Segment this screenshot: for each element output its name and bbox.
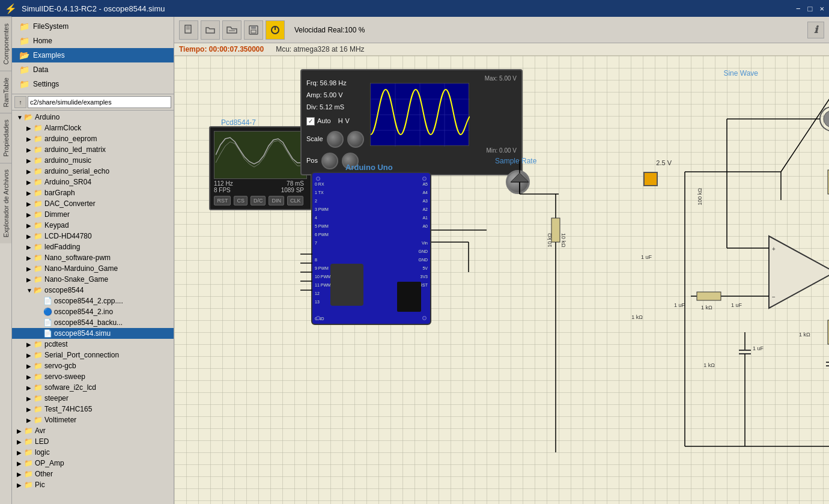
- folder-open-icon: 📂: [24, 113, 33, 121]
- nav-examples[interactable]: 📂 Examples: [12, 48, 174, 62]
- mcu-status: Mcu: atmega328 at 16 MHz: [276, 45, 364, 53]
- expand-arrow: ▶: [26, 147, 34, 153]
- tree-item-keypad[interactable]: ▶ 📁 Keypad: [12, 220, 174, 231]
- tree-item-avr[interactable]: ▶ 📁 Avr: [12, 425, 174, 436]
- maximize-button[interactable]: □: [808, 4, 813, 13]
- tree-item-oscope8544[interactable]: ▼ 📂 oscope8544: [12, 285, 174, 296]
- tree-item-nano-pwm[interactable]: ▶ 📁 Nano_software-pwm: [12, 252, 174, 263]
- svg-rect-59: [697, 292, 721, 300]
- svg-text:1 kΩ: 1 kΩ: [701, 305, 712, 311]
- file-simu-icon: 📄: [43, 329, 52, 338]
- pcd-buttons: RST CS D/C DIN CLK: [214, 196, 304, 205]
- tree-item-software-i2c[interactable]: ▶ 📁 sofware_i2c_lcd: [12, 382, 174, 393]
- tree-item-logic[interactable]: ▶ 📁 logic: [12, 447, 174, 458]
- osc-frq: Frq: 56.98 Hz: [306, 77, 364, 90]
- osc-scale-v-knob[interactable]: [347, 131, 364, 148]
- path-up-button[interactable]: ↑: [14, 96, 26, 108]
- pcd-cs-btn[interactable]: CS: [234, 196, 247, 205]
- pcd-clk-btn[interactable]: CLK: [287, 196, 304, 205]
- tree-item-arduino-eeprom[interactable]: ▶ 📁 arduino_eeprom: [12, 133, 174, 144]
- tree-item-pic[interactable]: ▶ 📁 Pic: [12, 479, 174, 490]
- nav-settings[interactable]: 📁 Settings: [12, 77, 174, 91]
- tree-item-dac[interactable]: ▶ 📁 DAC_Converter: [12, 198, 174, 209]
- tree-item-opamp[interactable]: ▶ 📁 OP_Amp: [12, 458, 174, 469]
- tree-item-voltimeter[interactable]: ▶ 📁 Voltimeter: [12, 414, 174, 425]
- tree-label: arduino_music: [44, 156, 91, 165]
- tree-item-nano-snake[interactable]: ▶ 📁 Nano-Snake_Game: [12, 274, 174, 285]
- tree-item-alarmclock[interactable]: ▶ 📁 AlarmClock: [12, 123, 174, 133]
- power-button[interactable]: [266, 20, 285, 40]
- toolbar: Velocidad Real:100 % ℹ: [174, 17, 829, 43]
- mount-hole-bl: [316, 316, 320, 320]
- side-tab-propiedades[interactable]: Propiedades: [0, 113, 11, 163]
- tree-item-oscope-simu[interactable]: 📄 oscope8544.simu: [12, 328, 174, 339]
- tree-item-led-matrix[interactable]: ▶ 📁 arduino_led_matrix: [12, 144, 174, 155]
- folder-icon: 📁: [34, 156, 43, 165]
- tree-item-oscope-ino[interactable]: 🔵 oscope8544_2.ino: [12, 306, 174, 317]
- tree-item-sr04[interactable]: ▶ 📁 Arduino_SR04: [12, 177, 174, 187]
- tree-item-dimmer[interactable]: ▶ 📁 Dimmer: [12, 209, 174, 220]
- time-status: Tiempo: 00:00:07.350000: [179, 45, 264, 53]
- pcd-display[interactable]: 112 Hz 78 mS 8 FPS 1089 SP RST CS D/C DI…: [209, 126, 312, 210]
- tree-item-ledfadding[interactable]: ▶ 📁 ledFadding: [12, 241, 174, 252]
- expand-arrow: ▶: [26, 233, 34, 240]
- tree-item-other[interactable]: ▶ 📁 Other: [12, 469, 174, 479]
- r3-label: 1 kΩ: [703, 362, 715, 368]
- circuit-area[interactable]: Pcd8544-7 112 Hz 78 mS: [174, 56, 829, 504]
- tree-item-arduino-music[interactable]: ▶ 📁 arduino_music: [12, 155, 174, 166]
- oscilloscope[interactable]: Frq: 56.98 Hz Amp: 5.00 V Div: 5.12 mS ✓…: [300, 69, 523, 175]
- tree-item-oscope-cpp[interactable]: 📄 oscope8544_2.cpp....: [12, 296, 174, 306]
- window-title: SimulIDE-0.4.13-RC2 - oscope8544.simu: [22, 4, 165, 13]
- osc-auto-checkbox[interactable]: ✓: [306, 117, 315, 126]
- side-tab-componentes[interactable]: Componentes: [0, 17, 11, 71]
- folder-icon: 📁: [34, 124, 43, 132]
- nav-filesystem[interactable]: 📁 FileSystem: [12, 19, 174, 34]
- file-bak-icon: 📄: [43, 318, 52, 327]
- osc-screen: [370, 83, 469, 146]
- nav-home[interactable]: 📁 Home: [12, 34, 174, 48]
- tree-item-servo-gcb[interactable]: ▶ 📁 servo-gcb: [12, 360, 174, 371]
- save-button[interactable]: [244, 20, 263, 40]
- tree-item-led[interactable]: ▶ 📁 LED: [12, 436, 174, 447]
- pcd-din-btn[interactable]: DIN: [269, 196, 284, 205]
- close-button[interactable]: ×: [819, 4, 824, 13]
- tree-item-nano-marduino[interactable]: ▶ 📁 Nano-Marduino_Game: [12, 263, 174, 274]
- tree-item-oscope-bak[interactable]: 📄 oscope8544_backu...: [12, 317, 174, 328]
- file-tree[interactable]: ▼ 📂 Arduino ▶ 📁 AlarmClock ▶ 📁 arduino_e…: [12, 111, 174, 504]
- new-button[interactable]: [179, 20, 198, 40]
- left-panel: 📁 FileSystem 📁 Home 📂 Examples 📁 Data 📁 …: [12, 17, 174, 504]
- tree-item-bargraph[interactable]: ▶ 📁 barGraph: [12, 187, 174, 198]
- pcd-rst-btn[interactable]: RST: [214, 196, 231, 205]
- tree-label: pcdtest: [44, 340, 68, 348]
- tree-label: oscope8544: [44, 286, 84, 294]
- path-input[interactable]: [28, 96, 171, 108]
- tree-item-test74[interactable]: ▶ 📁 Test_74HC165: [12, 404, 174, 414]
- settings-folder-icon: 📁: [19, 79, 29, 89]
- tree-item-serial-echo[interactable]: ▶ 📁 arduino_serial_echo: [12, 166, 174, 177]
- tree-label: oscope8544_2.ino: [54, 308, 113, 316]
- sample-rate-knob[interactable]: [506, 170, 530, 194]
- tree-label: arduino_eeprom: [44, 135, 97, 143]
- minimize-button[interactable]: −: [796, 4, 801, 13]
- window-controls[interactable]: − □ ×: [796, 4, 824, 13]
- side-tab-explorador[interactable]: Explorador de Archivos: [0, 163, 11, 243]
- nav-data[interactable]: 📁 Data: [12, 62, 174, 77]
- tree-item-serial-port[interactable]: ▶ 📁 Serial_Port_connection: [12, 350, 174, 360]
- side-tab-ramtable[interactable]: RamTable: [0, 71, 11, 114]
- info-button[interactable]: ℹ: [807, 22, 824, 38]
- tree-item-servo-sweep[interactable]: ▶ 📁 servo-sweep: [12, 371, 174, 382]
- osc-scale-h-knob[interactable]: [327, 131, 344, 148]
- osc-pos-h-knob[interactable]: [321, 153, 338, 169]
- tree-label: oscope8544_2.cpp....: [54, 297, 123, 305]
- arduino-board[interactable]: 0 RX1 TX23 PWM45 PWM6 PWM7 89 PWM10 PWM1…: [311, 172, 431, 325]
- tree-item-pcdtest[interactable]: ▶ 📁 pcdtest: [12, 339, 174, 350]
- open-button[interactable]: [201, 20, 220, 40]
- open-folder-button[interactable]: [222, 20, 241, 40]
- tree-item-lcd[interactable]: ▶ 📁 LCD-HD44780: [12, 231, 174, 241]
- expand-arrow: ▶: [17, 428, 24, 434]
- pcd-dc-btn[interactable]: D/C: [251, 196, 266, 205]
- tree-item-steeper[interactable]: ▶ 📁 steeper: [12, 393, 174, 404]
- title-bar: ⚡ SimulIDE-0.4.13-RC2 - oscope8544.simu …: [0, 0, 829, 17]
- tree-item-arduino[interactable]: ▼ 📂 Arduino: [12, 112, 174, 123]
- voltage-source[interactable]: [643, 172, 658, 186]
